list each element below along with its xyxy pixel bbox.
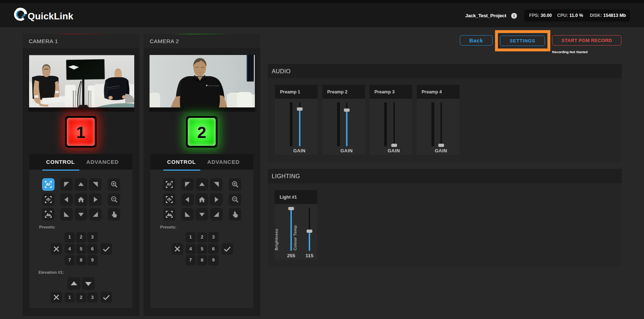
- svg-text:AF: AF: [46, 182, 51, 186]
- svg-text:QuickLink Studio: QuickLink Studio: [208, 85, 219, 87]
- svg-text:AF: AF: [167, 182, 172, 186]
